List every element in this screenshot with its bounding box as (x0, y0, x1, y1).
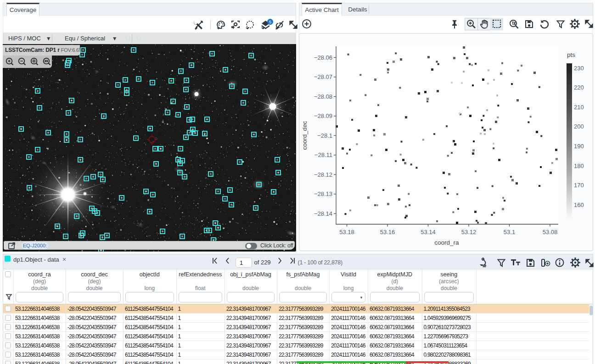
svg-text:53.12: 53.12 (461, 229, 477, 235)
svg-text:−28.09: −28.09 (314, 112, 332, 119)
svg-text:coord_ra: coord_ra (434, 239, 459, 246)
svg-text:220: 220 (574, 84, 584, 91)
svg-text:53.1: 53.1 (504, 229, 515, 235)
svg-text:−28.13: −28.13 (314, 190, 332, 197)
svg-text:53.18: 53.18 (339, 229, 354, 235)
svg-text:−28.11: −28.11 (314, 151, 332, 158)
svg-text:190: 190 (574, 143, 584, 150)
svg-text:160: 160 (574, 202, 584, 208)
svg-text:53.14: 53.14 (421, 229, 436, 235)
svg-text:−28.12: −28.12 (314, 171, 332, 178)
svg-text:53.08: 53.08 (543, 229, 558, 235)
svg-text:pts: pts (567, 51, 575, 58)
svg-text:210: 210 (574, 104, 584, 111)
svg-text:200: 200 (574, 123, 584, 130)
svg-text:53.16: 53.16 (380, 229, 395, 235)
svg-text:180: 180 (574, 162, 584, 169)
svg-text:−28.1: −28.1 (317, 132, 332, 139)
svg-text:−28.08: −28.08 (314, 93, 332, 100)
svg-text:−28.06: −28.06 (314, 54, 332, 61)
svg-text:170: 170 (574, 182, 584, 189)
svg-text:230: 230 (574, 65, 584, 72)
svg-text:−28.07: −28.07 (314, 73, 332, 80)
svg-text:−28.14: −28.14 (314, 210, 332, 217)
svg-text:coord_dec: coord_dec (301, 121, 308, 150)
